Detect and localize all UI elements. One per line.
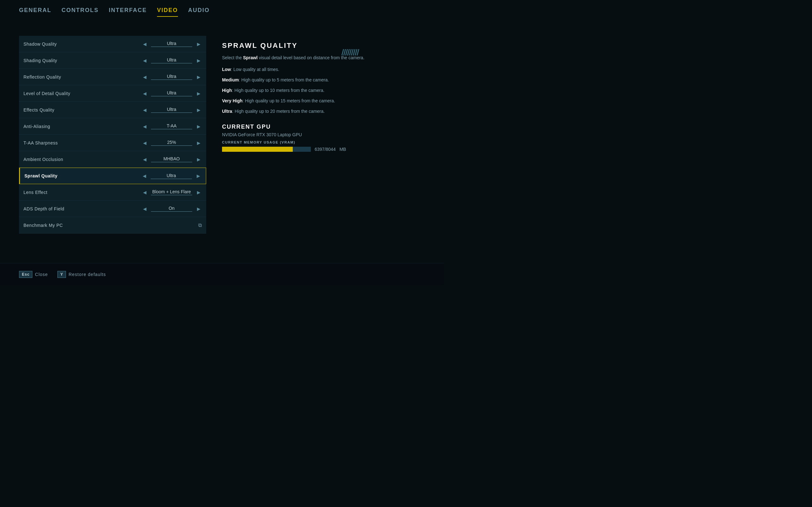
setting-value-lens-effect: Bloom + Lens Flare <box>151 189 192 195</box>
setting-value-shadow-quality: Ultra <box>151 41 192 47</box>
arrow-left-shading-quality[interactable]: ◀ <box>142 58 148 63</box>
arrow-left-lens-effect[interactable]: ◀ <box>142 190 148 195</box>
setting-row-anti-aliasing[interactable]: Anti-Aliasing◀T-AA▶ <box>19 118 206 135</box>
arrow-left-anti-aliasing[interactable]: ◀ <box>142 124 148 129</box>
arrow-left-effects-quality[interactable]: ◀ <box>142 107 148 112</box>
restore-defaults-button[interactable]: Y Restore defaults <box>57 271 106 278</box>
setting-control-ambient-occlusion: ◀MHBAO▶ <box>142 156 202 162</box>
setting-row-shading-quality[interactable]: Shading Quality◀Ultra▶ <box>19 52 206 69</box>
setting-control-reflection-quality: ◀Ultra▶ <box>142 74 202 80</box>
info-option: High: High quality up to 10 meters from … <box>222 87 425 94</box>
setting-control-shadow-quality: ◀Ultra▶ <box>142 41 202 47</box>
setting-label-ads-dof: ADS Depth of Field <box>23 206 142 211</box>
setting-label-lod-quality: Level of Detail Quality <box>23 91 142 96</box>
gpu-title: CURRENT GPU <box>222 124 425 130</box>
restore-key: Y <box>57 271 66 278</box>
setting-control-effects-quality: ◀Ultra▶ <box>142 107 202 113</box>
setting-label-taa-sharpness: T-AA Sharpness <box>23 140 142 146</box>
arrow-right-ads-dof[interactable]: ▶ <box>195 206 202 211</box>
arrow-right-lens-effect[interactable]: ▶ <box>195 190 202 195</box>
info-option: Low: Low quality at all times. <box>222 66 425 73</box>
arrow-right-shadow-quality[interactable]: ▶ <box>195 42 202 47</box>
setting-row-sprawl-quality[interactable]: Sprawl Quality◀Ultra▶ <box>19 168 206 184</box>
setting-label-ambient-occlusion: Ambient Occlusion <box>23 157 142 162</box>
setting-label-lens-effect: Lens Effect <box>23 190 142 195</box>
setting-control-taa-sharpness: ◀25%▶ <box>142 140 202 146</box>
setting-control-lod-quality: ◀Ultra▶ <box>142 90 202 96</box>
info-title: SPRAWL QUALITY <box>222 42 425 50</box>
info-description: Select the Sprawl visual detail level ba… <box>222 54 425 61</box>
setting-row-ads-dof[interactable]: ADS Depth of Field◀On▶ <box>19 201 206 217</box>
nav-item-controls[interactable]: CONTROLS <box>61 7 99 17</box>
setting-value-reflection-quality: Ultra <box>151 74 192 80</box>
setting-control-anti-aliasing: ◀T-AA▶ <box>142 123 202 129</box>
setting-row-effects-quality[interactable]: Effects Quality◀Ultra▶ <box>19 102 206 118</box>
setting-label-reflection-quality: Reflection Quality <box>23 74 142 79</box>
arrow-right-effects-quality[interactable]: ▶ <box>195 107 202 112</box>
nav-item-general[interactable]: GENERAL <box>19 7 51 17</box>
benchmark-icon: ⧉ <box>198 222 202 228</box>
arrow-right-reflection-quality[interactable]: ▶ <box>195 74 202 79</box>
benchmark-row[interactable]: Benchmark My PC⧉ <box>19 217 206 233</box>
bottom-bar: Esc Close Y Restore defaults <box>0 263 444 285</box>
close-key: Esc <box>19 271 32 278</box>
main-content: Shadow Quality◀Ultra▶Shading Quality◀Ult… <box>0 23 444 233</box>
vram-total: 8044 <box>326 147 336 152</box>
setting-row-lens-effect[interactable]: Lens Effect◀Bloom + Lens Flare▶ <box>19 184 206 201</box>
setting-value-anti-aliasing: T-AA <box>151 123 192 129</box>
vram-label: CURRENT MEMORY USAGE (VRAM) <box>222 140 425 144</box>
setting-label-shading-quality: Shading Quality <box>23 58 142 63</box>
close-label: Close <box>35 272 48 277</box>
arrow-left-taa-sharpness[interactable]: ◀ <box>142 140 148 146</box>
arrow-right-shading-quality[interactable]: ▶ <box>195 58 202 63</box>
vram-bar-fill <box>222 147 293 152</box>
arrow-left-sprawl-quality[interactable]: ◀ <box>141 173 148 178</box>
arrow-right-lod-quality[interactable]: ▶ <box>195 91 202 96</box>
setting-row-ambient-occlusion[interactable]: Ambient Occlusion◀MHBAO▶ <box>19 151 206 168</box>
setting-value-taa-sharpness: 25% <box>151 140 192 146</box>
vram-bar-container: 6397/8044 MB <box>222 147 425 152</box>
arrow-left-lod-quality[interactable]: ◀ <box>142 91 148 96</box>
benchmark-label: Benchmark My PC <box>23 223 196 228</box>
info-option: Very High: High quality up to 15 meters … <box>222 98 425 104</box>
arrow-right-ambient-occlusion[interactable]: ▶ <box>195 157 202 162</box>
setting-value-shading-quality: Ultra <box>151 57 192 63</box>
vram-bar-bg <box>222 147 311 152</box>
info-desc-suffix: visual detail level based on distance fr… <box>258 55 364 60</box>
info-panel: SPRAWL QUALITY Select the Sprawl visual … <box>219 36 425 233</box>
nav-item-video[interactable]: VIDEO <box>157 7 178 17</box>
arrow-left-ads-dof[interactable]: ◀ <box>142 206 148 211</box>
vram-unit: MB <box>339 147 346 152</box>
hash-decoration <box>342 49 358 55</box>
info-option: Ultra: High quality up to 20 meters from… <box>222 108 425 115</box>
nav-item-audio[interactable]: AUDIO <box>188 7 210 17</box>
setting-label-effects-quality: Effects Quality <box>23 107 142 112</box>
setting-control-ads-dof: ◀On▶ <box>142 206 202 212</box>
arrow-left-shadow-quality[interactable]: ◀ <box>142 42 148 47</box>
restore-label: Restore defaults <box>68 272 106 277</box>
info-options: Low: Low quality at all times.Medium: Hi… <box>222 66 425 115</box>
arrow-right-sprawl-quality[interactable]: ▶ <box>195 173 201 178</box>
close-button[interactable]: Esc Close <box>19 271 48 278</box>
setting-control-sprawl-quality: ◀Ultra▶ <box>141 173 201 179</box>
setting-value-ads-dof: On <box>151 206 192 212</box>
arrow-left-reflection-quality[interactable]: ◀ <box>142 74 148 79</box>
setting-row-reflection-quality[interactable]: Reflection Quality◀Ultra▶ <box>19 69 206 85</box>
setting-row-shadow-quality[interactable]: Shadow Quality◀Ultra▶ <box>19 36 206 52</box>
nav-item-interface[interactable]: INTERFACE <box>109 7 147 17</box>
setting-row-taa-sharpness[interactable]: T-AA Sharpness◀25%▶ <box>19 135 206 151</box>
arrow-right-anti-aliasing[interactable]: ▶ <box>195 124 202 129</box>
setting-value-lod-quality: Ultra <box>151 90 192 96</box>
info-desc-bold: Sprawl <box>243 55 258 60</box>
setting-value-effects-quality: Ultra <box>151 107 192 113</box>
setting-label-anti-aliasing: Anti-Aliasing <box>23 124 142 129</box>
arrow-left-ambient-occlusion[interactable]: ◀ <box>142 157 148 162</box>
vram-used: 6397 <box>315 147 324 152</box>
info-desc-prefix: Select the <box>222 55 243 60</box>
setting-control-shading-quality: ◀Ultra▶ <box>142 57 202 63</box>
arrow-right-taa-sharpness[interactable]: ▶ <box>195 140 202 146</box>
gpu-section: CURRENT GPU NVIDIA GeForce RTX 3070 Lapt… <box>222 124 425 152</box>
info-option: Medium: High quality up to 5 meters from… <box>222 77 425 83</box>
setting-row-lod-quality[interactable]: Level of Detail Quality◀Ultra▶ <box>19 85 206 102</box>
setting-label-shadow-quality: Shadow Quality <box>23 42 142 47</box>
